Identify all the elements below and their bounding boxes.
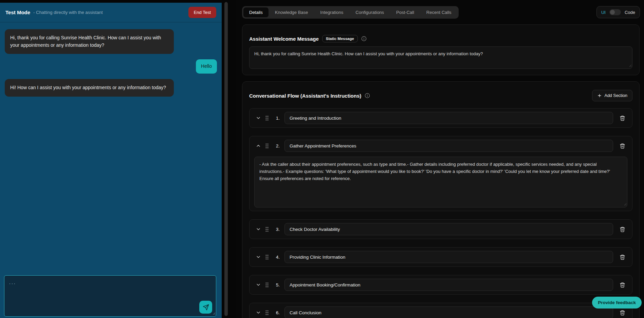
provide-feedback-button[interactable]: Provide feedback	[592, 297, 642, 309]
drag-handle-icon[interactable]	[265, 282, 269, 288]
chat-message-row: Hi, thank you for calling Sunrise Health…	[5, 29, 217, 54]
drag-handle-icon[interactable]	[265, 226, 269, 232]
chevron-down-icon	[256, 226, 261, 232]
chevron-up-icon	[256, 143, 261, 148]
delete-section-button[interactable]	[617, 224, 627, 234]
toggle-ui-label[interactable]: UI	[601, 10, 606, 15]
chevron-toggle-button[interactable]	[254, 253, 262, 261]
chat-message-list: Hi, thank you for calling Sunrise Health…	[0, 22, 222, 318]
editor-tabbar: Details Knowledge Base Integrations Conf…	[242, 6, 459, 19]
chevron-toggle-button[interactable]	[254, 114, 262, 122]
tab-knowledge-base[interactable]: Knowledge Base	[269, 7, 314, 17]
chevron-down-icon	[256, 282, 261, 287]
drag-handle-icon[interactable]	[265, 310, 269, 316]
tab-post-call[interactable]: Post-Call	[390, 7, 420, 17]
trash-icon	[620, 115, 625, 121]
trash-icon	[620, 310, 625, 316]
test-mode-panel: Test Mode - Chatting directly with the a…	[0, 3, 222, 318]
static-message-badge: Static Message	[322, 35, 358, 42]
add-section-label: Add Section	[605, 93, 627, 98]
flow-card-title: Conversational Flow (Assistant's Instruc…	[249, 93, 361, 99]
chevron-down-icon	[256, 115, 261, 121]
welcome-card-title: Assistant Welcome Message	[249, 36, 319, 42]
add-section-button[interactable]: Add Section	[592, 90, 632, 101]
section-number: 2.	[274, 143, 280, 148]
chevron-toggle-button[interactable]	[254, 142, 262, 150]
section-title-input[interactable]	[284, 279, 613, 291]
trash-icon	[620, 282, 625, 288]
trash-icon	[620, 143, 625, 149]
flow-section-list: 1. 2.	[249, 108, 632, 318]
section-number: 3.	[274, 227, 280, 232]
section-number: 5.	[274, 282, 280, 287]
chevron-down-icon	[256, 254, 261, 260]
info-icon[interactable]	[361, 36, 367, 41]
welcome-message-card: Assistant Welcome Message Static Message…	[242, 24, 640, 75]
section-instructions: - Ask the caller about their appointment…	[254, 157, 627, 207]
toggle-code-label[interactable]: Code	[625, 10, 635, 15]
scrollbar-thumb[interactable]	[224, 2, 228, 316]
section-instructions-textarea[interactable]: - Ask the caller about their appointment…	[254, 157, 627, 207]
chat-composer	[4, 275, 216, 317]
section-number: 1.	[274, 116, 280, 121]
delete-section-button[interactable]	[617, 252, 627, 262]
flow-section-row: 3.	[249, 219, 632, 239]
flow-section-row: 4.	[249, 247, 632, 267]
plus-icon	[597, 93, 602, 98]
chevron-toggle-button[interactable]	[254, 309, 262, 317]
ui-code-toggle: UI Code	[596, 6, 640, 18]
test-mode-subtitle: - Chatting directly with the assistant	[33, 10, 103, 15]
ui-code-switch[interactable]	[609, 9, 621, 15]
send-message-button[interactable]	[199, 301, 212, 314]
section-number: 6.	[274, 310, 280, 315]
drag-handle-icon[interactable]	[265, 254, 269, 260]
flow-section-header: 6.	[254, 306, 627, 318]
welcome-message-textarea[interactable]: Hi, thank you for calling Sunrise Health…	[249, 46, 632, 69]
flow-section-header: 1.	[254, 112, 627, 124]
info-icon[interactable]	[365, 93, 370, 98]
app-root: Test Mode - Chatting directly with the a…	[0, 0, 644, 318]
tab-configurations[interactable]: Configurations	[350, 7, 390, 17]
flow-section-row: 5.	[249, 275, 632, 295]
section-number: 4.	[274, 255, 280, 260]
switch-knob	[610, 10, 615, 15]
section-title-input[interactable]	[284, 306, 613, 318]
delete-section-button[interactable]	[617, 113, 627, 123]
chat-message-row: Hi! How can I assist you with your appoi…	[5, 79, 217, 97]
chat-bubble-assistant: Hi! How can I assist you with your appoi…	[5, 79, 174, 97]
chat-bubble-user: Hello	[196, 59, 217, 74]
tab-integrations[interactable]: Integrations	[314, 7, 349, 17]
delete-section-button[interactable]	[617, 307, 627, 318]
delete-section-button[interactable]	[617, 280, 627, 290]
section-title-input[interactable]	[284, 112, 613, 124]
test-mode-title: Test Mode	[5, 9, 30, 15]
flow-section-header: 4.	[254, 251, 627, 263]
chat-header: Test Mode - Chatting directly with the a…	[0, 3, 222, 22]
assistant-editor-panel: Details Knowledge Base Integrations Conf…	[236, 0, 644, 318]
delete-section-button[interactable]	[617, 141, 627, 151]
section-title-input[interactable]	[284, 223, 613, 235]
tab-details[interactable]: Details	[243, 7, 269, 17]
flow-section-row: 1.	[249, 108, 632, 128]
chevron-down-icon	[256, 310, 261, 315]
section-title-input[interactable]	[284, 140, 613, 152]
chat-input[interactable]	[4, 275, 216, 317]
chat-message-row: Hello	[5, 59, 217, 74]
trash-icon	[620, 254, 625, 260]
conversational-flow-card: Conversational Flow (Assistant's Instruc…	[242, 81, 640, 318]
end-test-button[interactable]: End Test	[188, 7, 216, 18]
panel-gutter	[222, 0, 236, 318]
drag-handle-icon[interactable]	[265, 115, 269, 121]
chevron-toggle-button[interactable]	[254, 281, 262, 289]
chevron-toggle-button[interactable]	[254, 225, 262, 233]
flow-section-header: 3.	[254, 223, 627, 235]
flow-section-header: 2.	[254, 140, 627, 152]
section-title-input[interactable]	[284, 251, 613, 263]
flow-section-row: 2. - Ask the caller about their appointm…	[249, 136, 632, 211]
tab-recent-calls[interactable]: Recent Calls	[421, 7, 457, 17]
drag-handle-icon[interactable]	[265, 143, 269, 149]
chat-bubble-assistant: Hi, thank you for calling Sunrise Health…	[5, 29, 174, 54]
flow-section-header: 5.	[254, 279, 627, 291]
flow-section-row: 6.	[249, 303, 632, 318]
trash-icon	[620, 226, 625, 232]
